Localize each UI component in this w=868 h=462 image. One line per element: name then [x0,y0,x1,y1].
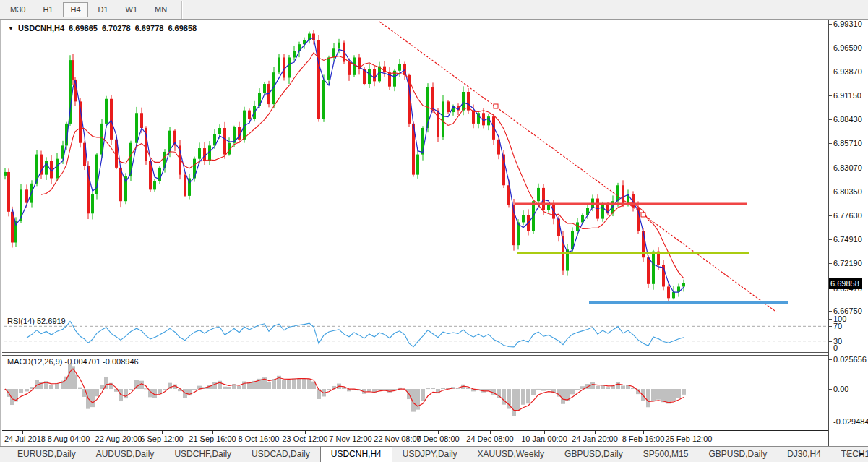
time-axis-label: 8 Feb 16:00 [622,435,665,443]
time-axis-tick [22,431,23,434]
macd-signal-value: -0.008946 [103,357,139,366]
time-axis-tick [643,431,644,434]
tab-scroll-right-icon[interactable]: ▸ [859,449,864,458]
time-axis-tick [438,431,439,434]
chart-tab-eurusd[interactable]: EURUSD,Daily [7,447,86,462]
macd-chart-canvas[interactable] [4,356,828,429]
tab-scroll-arrows: ◂ ▸ [846,449,864,458]
chart-tab-usdchf[interactable]: USDCHF,Daily [164,447,241,462]
current-price-tag: 6.69858 [829,278,862,289]
time-axis-label: 25 Feb 12:00 [666,435,713,443]
chart-tab-gbpusd[interactable]: GBPUSD,Daily [554,447,633,462]
chart-symbol-label: USDCNH,H4 [18,24,64,33]
trendline[interactable] [379,22,777,312]
chart-panels: ▼ USDCNH,H4 6.69865 6.70278 6.69778 6.69… [2,20,828,446]
macd-name: MACD(12,26,9) [7,357,62,366]
rsi-axis-label: 70 [833,322,842,330]
price-axis[interactable]: 6.69858 6.993106.965906.938706.911506.88… [829,20,868,446]
timeframe-button-mn[interactable]: MN [147,2,174,17]
toolbar-separator [181,1,182,19]
rsi-chart-canvas[interactable] [4,315,828,352]
price-axis-label: 6.99310 [833,20,862,28]
time-axis-label: 24 Jan 20:00 [572,435,618,443]
trendline-handle[interactable] [494,104,498,108]
time-axis-tick [490,431,491,434]
time-axis-tick [689,431,689,434]
time-axis-tick [398,431,398,434]
time-axis-tick [305,431,306,434]
ohlc-high: 6.70278 [102,24,131,33]
symbol-dropdown-icon[interactable]: ▼ [8,25,14,32]
ohlc-close: 6.69858 [168,24,197,33]
chart-tab-usdjpy[interactable]: USDJPY,Daily [392,447,468,462]
chart-tab-bar: EURUSD,DailyAUDUSD,DailyUSDCHF,DailyUSDC… [0,446,868,462]
macd-value: -0.004701 [64,357,100,366]
price-axis-label: 6.93870 [833,67,862,76]
time-axis-tick [544,431,545,434]
time-axis-tick [595,431,596,434]
chart-tab-audusd[interactable]: AUDUSD,Daily [86,447,165,462]
price-axis-label: 6.72190 [833,259,862,268]
time-axis-tick [119,431,119,434]
price-axis-label: 6.83070 [833,163,862,172]
ohlc-low: 6.69778 [135,24,164,33]
time-axis-label: 21 Sep 16:00 [189,435,236,443]
price-axis-label: 6.80350 [833,187,862,196]
timeframe-button-h1[interactable]: H1 [35,2,60,17]
macd-indicator-label: MACD(12,26,9) -0.004701 -0.008946 [7,357,139,366]
time-axis-tick [162,431,163,434]
time-axis-tick [351,431,351,434]
rsi-name: RSI(14) [7,317,35,325]
ohlc-open: 6.69865 [69,24,98,33]
tab-scroll-left-icon[interactable]: ◂ [846,449,850,458]
price-axis-label: 6.74910 [833,235,862,244]
chart-tab-usdcad[interactable]: USDCAD,Daily [241,447,320,462]
chart-tab-xauusd[interactable]: XAUUSD,Weekly [468,447,554,462]
time-axis-label: 7 Dec 08:00 [416,435,459,443]
rsi-axis-label: 0 [833,343,838,352]
timeframe-button-h4[interactable]: H4 [63,2,87,17]
time-axis-label: 10 Jan 00:00 [521,435,567,443]
price-axis-label: 6.77630 [833,211,862,220]
time-axis[interactable]: 24 Jul 20188 Aug 04:0022 Aug 20:006 Sep … [2,431,828,446]
chart-tab-usdcnh-active[interactable]: USDCNH,H4 [320,446,392,462]
price-axis-label: 6.88430 [833,115,862,124]
time-axis-label: 8 Oct 16:00 [239,435,280,443]
time-axis-label: 7 Nov 12:00 [329,435,371,443]
mt4-window: M30H1H4D1W1MN ▼ USDCNH,H4 6.69865 6.7027… [0,0,868,462]
time-axis-label: 8 Aug 04:00 [48,435,90,443]
timeframe-button-m30[interactable]: M30 [3,2,33,17]
time-axis-label: 24 Dec 08:00 [466,435,513,443]
chart-tab-sp500[interactable]: SP500,M15 [633,447,699,462]
time-axis-label: 24 Jul 2018 [4,435,46,443]
price-axis-label: 6.85710 [833,139,862,147]
price-axis-label: 6.96590 [833,43,862,52]
chart-tab-dj30[interactable]: DJ30,H4 [777,447,831,462]
time-axis-tick [259,431,259,434]
time-axis-label: 22 Aug 20:00 [95,435,142,443]
macd-axis-label: 0.00 [833,385,848,393]
time-axis-tick [212,431,213,434]
chart-title: ▼ USDCNH,H4 6.69865 6.70278 6.69778 6.69… [8,24,197,33]
macd-axis-label: 0.025656 [833,355,867,364]
timeframe-button-d1[interactable]: D1 [91,2,116,17]
price-chart-canvas[interactable] [4,21,828,312]
time-axis-label: 6 Sep 12:00 [140,435,183,443]
timeframe-button-w1[interactable]: W1 [119,2,145,17]
chart-tab-gbpusd[interactable]: GBPUSD,Daily [698,447,777,462]
timeframe-toolbar: M30H1H4D1W1MN [0,0,868,20]
rsi-indicator-label: RSI(14) 52.6919 [7,317,66,325]
time-axis-tick [69,431,69,434]
trendline-handle[interactable] [641,213,645,217]
macd-axis-label: -0.029484 [833,417,868,426]
rsi-value: 52.6919 [37,317,66,325]
price-axis-label: 6.91150 [833,91,861,100]
time-axis-label: 23 Oct 12:00 [283,435,328,443]
chart-workspace: ▼ USDCNH,H4 6.69865 6.70278 6.69778 6.69… [0,20,868,446]
time-axis-label: 22 Nov 08:00 [374,435,421,443]
